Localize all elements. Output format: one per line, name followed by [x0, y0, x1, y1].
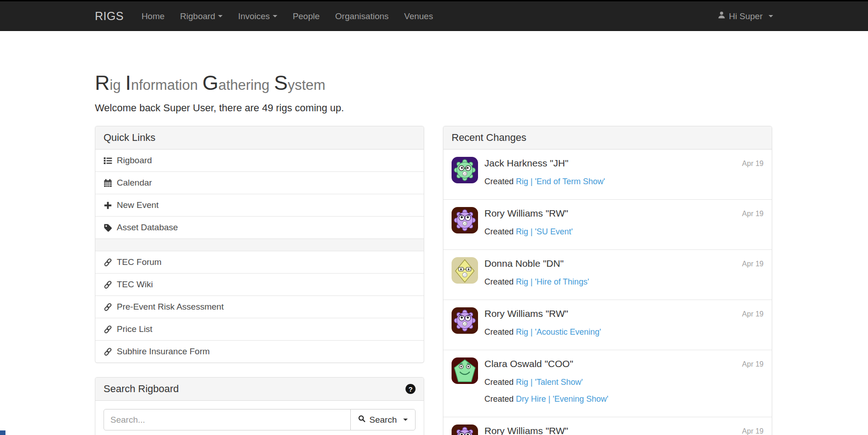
link-icon: [104, 347, 112, 356]
calendar-icon: [104, 179, 112, 187]
link-icon: [104, 303, 112, 311]
entry-header: Clara Oswald "COO"Apr 19: [484, 358, 764, 369]
nav-item-venues[interactable]: Venues: [396, 1, 441, 31]
entry-body: Rory Williams "RW"Apr 19: [484, 425, 764, 435]
quick-link-rigboard[interactable]: Rigboard: [95, 150, 424, 171]
recent-change-item: Rory Williams "RW"Apr 19: [443, 417, 772, 435]
caret-down-icon: [273, 15, 277, 17]
user-icon: [717, 11, 726, 21]
title-word: System: [274, 77, 326, 93]
caret-down-icon: [769, 15, 773, 17]
avatar: [452, 357, 478, 384]
link-icon: [104, 258, 112, 267]
avatar: [452, 307, 478, 334]
quick-link-tec-forum[interactable]: TEC Forum: [95, 251, 424, 273]
nav-item-label: Venues: [404, 11, 433, 21]
nav-item-label: Organisations: [335, 11, 389, 21]
action-prefix: Created: [484, 394, 516, 404]
quick-links-panel: Quick Links RigboardCalendarNew EventAss…: [95, 126, 424, 363]
action-link[interactable]: Rig | 'SU Event': [516, 227, 573, 236]
action-link[interactable]: Rig | 'Hire of Things': [516, 277, 589, 286]
recent-change-item: Jack Harkness "JH"Apr 19Created Rig | 'E…: [443, 150, 772, 199]
quick-link-label: Pre-Event Risk Assessment: [117, 302, 223, 312]
entry-date: Apr 19: [742, 425, 764, 435]
entry-name: Rory Williams "RW": [484, 308, 568, 319]
question-circle-icon[interactable]: ?: [405, 384, 416, 394]
entry-name: Clara Oswald "COO": [484, 358, 573, 369]
quick-link-new-event[interactable]: New Event: [95, 194, 424, 216]
action-link[interactable]: Dry Hire | 'Evening Show': [516, 394, 608, 404]
tag-icon: [104, 223, 112, 232]
search-button-label: Search: [369, 415, 397, 425]
quick-link-asset-database[interactable]: Asset Database: [95, 216, 424, 238]
quick-link-label: TEC Wiki: [117, 280, 153, 290]
entry-header: Rory Williams "RW"Apr 19: [484, 308, 764, 319]
quick-link-label: Calendar: [117, 178, 152, 188]
quick-link-label: Price List: [117, 324, 152, 334]
left-column: Quick Links RigboardCalendarNew EventAss…: [95, 126, 424, 435]
quick-link-price-list[interactable]: Price List: [95, 318, 424, 340]
action-prefix: Created: [484, 378, 516, 387]
search-input[interactable]: [104, 409, 351, 430]
nav-item-label: Invoices: [238, 11, 270, 21]
entry-body: Jack Harkness "JH"Apr 19Created Rig | 'E…: [484, 157, 764, 186]
avatar: [452, 425, 478, 435]
quick-link-label: Subhire Insurance Form: [117, 347, 210, 357]
entry-body: Rory Williams "RW"Apr 19Created Rig | 'S…: [484, 207, 764, 237]
entry-action: Created Dry Hire | 'Evening Show': [484, 394, 764, 404]
quick-links-list: RigboardCalendarNew EventAsset DatabaseT…: [95, 150, 424, 362]
recent-changes-header: Recent Changes: [443, 126, 772, 150]
page-title: RigInformationGatheringSystem: [95, 71, 773, 95]
quick-link-label: New Event: [117, 200, 159, 210]
action-link[interactable]: Rig | 'Talent Show': [516, 378, 583, 387]
quick-link-calendar[interactable]: Calendar: [95, 171, 424, 194]
action-prefix: Created: [484, 227, 516, 236]
entry-date: Apr 19: [742, 308, 764, 318]
action-link[interactable]: Rig | 'Acoustic Evening': [516, 327, 601, 337]
entry-name: Rory Williams "RW": [484, 425, 568, 435]
avatar: [452, 207, 478, 233]
avatar: [452, 257, 478, 284]
nav-item-rigboard[interactable]: Rigboard: [172, 1, 230, 31]
main-content: RigInformationGatheringSystem Welcome ba…: [88, 71, 780, 435]
plus-icon: [104, 201, 112, 210]
nav-item-invoices[interactable]: Invoices: [230, 1, 285, 31]
entry-date: Apr 19: [742, 258, 764, 268]
recent-change-item: Donna Noble "DN"Apr 19Created Rig | 'Hir…: [443, 249, 772, 300]
title-word: Information: [125, 77, 198, 93]
list-separator: [95, 238, 424, 251]
search-panel-body: Search: [95, 401, 424, 435]
navbar: RIGS HomeRigboardInvoicesPeopleOrganisat…: [0, 1, 868, 31]
quick-link-tec-wiki[interactable]: TEC Wiki: [95, 273, 424, 295]
quick-links-header: Quick Links: [95, 126, 424, 150]
recent-changes-panel: Recent Changes Jack Harkness "JH"Apr 19C…: [443, 126, 772, 435]
entry-name: Donna Noble "DN": [484, 258, 564, 269]
list-icon: [104, 156, 112, 165]
quick-link-subhire-insurance-form[interactable]: Subhire Insurance Form: [95, 340, 424, 362]
search-icon: [358, 415, 366, 425]
entry-header: Jack Harkness "JH"Apr 19: [484, 158, 764, 169]
action-link[interactable]: Rig | 'End of Term Show': [516, 177, 605, 186]
entry-date: Apr 19: [742, 158, 764, 168]
right-column: Recent Changes Jack Harkness "JH"Apr 19C…: [443, 126, 772, 435]
user-menu[interactable]: Hi Super: [717, 11, 773, 21]
search-button[interactable]: Search: [350, 409, 416, 430]
nav-item-label: Home: [141, 11, 165, 21]
search-panel-header: Search Rigboard ?: [95, 378, 424, 401]
entry-body: Clara Oswald "COO"Apr 19Created Rig | 'T…: [484, 357, 764, 404]
link-icon: [104, 325, 112, 334]
main-nav: HomeRigboardInvoicesPeopleOrganisationsV…: [134, 1, 441, 31]
entry-action: Created Rig | 'SU Event': [484, 227, 764, 237]
entry-header: Rory Williams "RW"Apr 19: [484, 208, 764, 219]
entry-date: Apr 19: [742, 358, 764, 368]
search-rigboard-panel: Search Rigboard ? Search: [95, 377, 424, 435]
nav-item-home[interactable]: Home: [134, 1, 172, 31]
entry-action: Created Rig | 'Talent Show': [484, 378, 764, 387]
nav-item-people[interactable]: People: [285, 1, 327, 31]
avatar: [452, 157, 478, 183]
quick-link-label: TEC Forum: [117, 257, 161, 267]
quick-link-pre-event-risk-assessment[interactable]: Pre-Event Risk Assessment: [95, 295, 424, 318]
title-word: Gathering: [203, 77, 270, 93]
nav-item-organisations[interactable]: Organisations: [327, 1, 396, 31]
brand-logo[interactable]: RIGS: [95, 10, 124, 23]
